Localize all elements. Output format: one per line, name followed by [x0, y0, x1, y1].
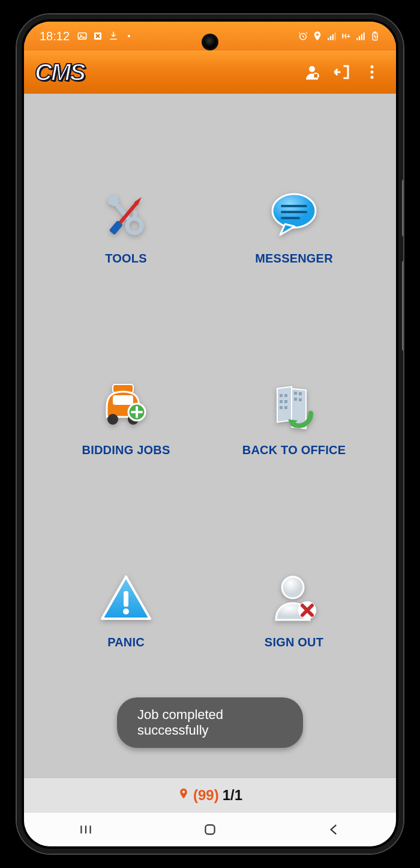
main-menu: TOOLS MESSENGER [24, 94, 396, 777]
building-return-icon [264, 377, 324, 437]
overflow-menu-button[interactable] [359, 59, 385, 85]
app-header: CMS [24, 50, 396, 94]
car-plus-icon [96, 377, 156, 437]
svg-point-17 [371, 71, 374, 74]
tools-tile[interactable]: TOOLS [66, 186, 186, 266]
svg-rect-7 [335, 32, 336, 40]
exit-icon [333, 63, 351, 81]
tile-label: SIGN OUT [265, 636, 323, 649]
svg-rect-43 [299, 398, 302, 401]
svg-point-16 [371, 65, 374, 68]
tile-label: BACK TO OFFICE [242, 443, 346, 457]
svg-rect-34 [280, 394, 283, 397]
location-pin-icon [178, 786, 190, 804]
app-icon [92, 31, 103, 41]
svg-point-29 [107, 414, 118, 425]
svg-point-18 [371, 76, 374, 79]
svg-rect-44 [124, 591, 128, 607]
user-status-button[interactable] [299, 59, 325, 85]
svg-point-46 [282, 577, 304, 598]
svg-rect-40 [294, 392, 297, 395]
phone-frame: 18:12 • [17, 14, 403, 854]
svg-rect-41 [299, 392, 302, 395]
svg-rect-5 [330, 36, 331, 40]
svg-rect-37 [284, 400, 287, 403]
image-icon [77, 31, 88, 41]
signal1-icon [326, 31, 337, 41]
status-time: 18:12 [40, 29, 70, 43]
signal2-icon [355, 31, 366, 41]
recents-button[interactable] [75, 821, 97, 838]
data-icon: H+ [341, 31, 352, 41]
dot-icon: • [124, 31, 134, 41]
toast: Job completed successfully [117, 697, 303, 748]
tile-label: BIDDING JOBS [82, 443, 170, 457]
svg-rect-6 [332, 34, 334, 40]
user-x-icon [303, 63, 321, 81]
svg-rect-4 [328, 38, 329, 40]
tools-icon [96, 186, 156, 246]
front-camera [202, 34, 218, 50]
panic-tile[interactable]: PANIC [66, 569, 186, 649]
svg-rect-32 [277, 387, 292, 422]
user-signout-icon [264, 569, 324, 630]
alarm-icon [298, 31, 308, 41]
app-logo: CMS [35, 59, 85, 86]
svg-point-14 [309, 66, 315, 72]
tile-label: PANIC [107, 636, 145, 649]
screen: 18:12 • [24, 22, 396, 846]
location-icon [312, 31, 323, 41]
phone-side-button-2 [402, 261, 403, 351]
svg-rect-35 [284, 394, 287, 397]
home-button[interactable] [199, 821, 221, 838]
phone-side-button-1 [402, 180, 403, 237]
chat-icon [264, 186, 324, 246]
download-icon [108, 31, 119, 41]
warning-icon [96, 569, 156, 630]
page-indicator: 1/1 [223, 787, 242, 804]
svg-point-45 [123, 609, 129, 615]
svg-rect-9 [359, 36, 360, 40]
svg-rect-51 [205, 825, 214, 834]
job-count: (99) [193, 787, 219, 804]
tile-label: TOOLS [105, 252, 147, 266]
svg-rect-36 [280, 400, 283, 403]
bottom-status-strip[interactable]: (99) 1/1 [24, 777, 396, 813]
back-to-office-tile[interactable]: BACK TO OFFICE [234, 377, 354, 457]
svg-rect-10 [361, 34, 362, 40]
exit-button[interactable] [329, 59, 355, 85]
toast-message: Job completed successfully [137, 707, 223, 738]
back-button[interactable] [323, 821, 345, 838]
svg-rect-11 [364, 32, 365, 40]
svg-rect-8 [356, 38, 358, 40]
svg-rect-39 [284, 406, 287, 409]
android-nav-bar [24, 813, 396, 846]
bidding-jobs-tile[interactable]: BIDDING JOBS [66, 377, 186, 457]
messenger-tile[interactable]: MESSENGER [234, 186, 354, 266]
svg-rect-42 [294, 398, 297, 401]
more-vert-icon [363, 63, 381, 81]
tile-label: MESSENGER [255, 252, 333, 266]
battery-icon [370, 31, 380, 41]
sign-out-tile[interactable]: SIGN OUT [234, 569, 354, 649]
svg-rect-13 [374, 32, 376, 33]
svg-rect-38 [280, 406, 283, 409]
svg-rect-28 [113, 395, 133, 405]
